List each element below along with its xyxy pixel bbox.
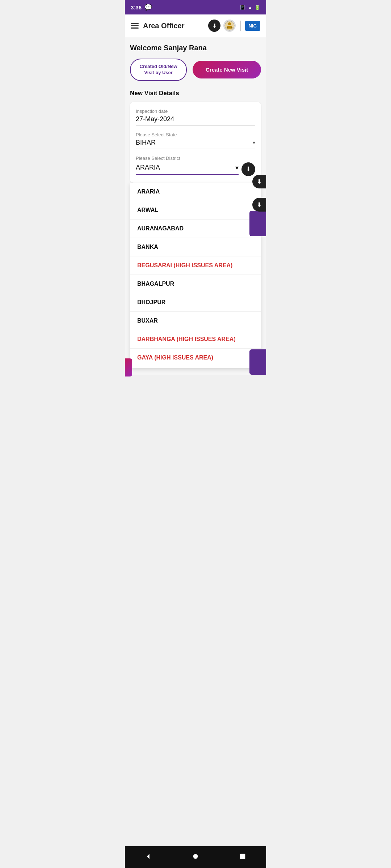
floating-right-buttons: ⬇ ⬇ (252, 175, 266, 212)
floating-download-icon-1: ⬇ (257, 178, 262, 186)
district-dropdown: ARARIA ARWAL AURANAGABAD BANKA BEGUSARAI… (130, 183, 261, 368)
dropdown-item-9[interactable]: GAYA (HIGH ISSUES AREA) (130, 349, 261, 368)
state-label: Please Select State (136, 132, 255, 137)
floating-download-icon-2: ⬇ (257, 201, 262, 209)
app-title: Area Officer (143, 22, 185, 30)
vibrate-icon: 📳 (240, 5, 245, 10)
download-icon: ⬇ (212, 22, 217, 29)
dropdown-item-1[interactable]: ARWAL (130, 201, 261, 220)
dropdown-item-6[interactable]: BHOJPUR (130, 293, 261, 312)
whatsapp-icon: 💬 (144, 4, 152, 11)
purple-accent-bottom (249, 349, 266, 375)
floating-download-2[interactable]: ⬇ (252, 198, 266, 212)
dropdown-item-3[interactable]: BANKA (130, 238, 261, 256)
status-bar: 3:36 💬 📳 ▲ 🔋 (125, 0, 266, 14)
inspection-date-field: Inspection date 27-May-2024 (136, 109, 255, 125)
state-field: Please Select State BIHAR ▾ (136, 132, 255, 149)
battery-icon: 🔋 (255, 5, 260, 10)
status-icons: 📳 ▲ 🔋 (240, 5, 260, 10)
action-buttons: Created Old/New Visit by User Create New… (130, 59, 261, 81)
welcome-text: Welcome Sanjay Rana (130, 44, 261, 52)
dropdown-item-2[interactable]: AURANAGABAD (130, 220, 261, 238)
state-chevron-icon: ▾ (253, 140, 255, 145)
district-value: ARARIA (136, 164, 160, 171)
district-select[interactable]: ARARIA ▾ (136, 164, 239, 175)
purple-accent-top (249, 211, 266, 236)
wifi-icon: ▲ (248, 5, 252, 10)
download-button-header[interactable]: ⬇ (208, 20, 220, 32)
status-time: 3:36 (131, 4, 142, 10)
header-divider (240, 21, 241, 31)
gov-logo (223, 20, 236, 32)
svg-rect-3 (227, 27, 228, 29)
dropdown-item-5[interactable]: BHAGALPUR (130, 275, 261, 293)
old-visit-button[interactable]: Created Old/New Visit by User (130, 59, 187, 81)
nic-badge: NIC (245, 21, 260, 31)
district-label: Please Select District (136, 156, 255, 161)
district-download-button[interactable]: ⬇ (241, 162, 255, 176)
download-icon-district: ⬇ (246, 165, 251, 173)
dropdown-item-8[interactable]: DARBHANGA (HIGH ISSUES AREA) (130, 330, 261, 349)
svg-rect-4 (231, 27, 232, 29)
main-content: Welcome Sanjay Rana Created Old/New Visi… (125, 37, 266, 375)
state-value: BIHAR (136, 139, 156, 146)
state-select[interactable]: BIHAR ▾ (136, 139, 255, 149)
menu-button[interactable] (131, 23, 139, 29)
svg-rect-2 (227, 26, 232, 29)
form-card: Inspection date 27-May-2024 Please Selec… (130, 102, 261, 183)
create-new-visit-button[interactable]: Create New Visit (193, 61, 261, 78)
district-chevron-icon: ▾ (235, 164, 239, 172)
app-header: Area Officer ⬇ NIC (125, 14, 266, 37)
dropdown-item-4[interactable]: BEGUSARAI (HIGH ISSUES AREA) (130, 256, 261, 275)
dropdown-item-7[interactable]: BUXAR (130, 312, 261, 330)
section-title: New Visit Details (130, 90, 261, 97)
svg-point-1 (228, 22, 231, 25)
district-field: Please Select District ARARIA ▾ ⬇ (136, 156, 255, 176)
dropdown-item-0[interactable]: ARARIA (130, 183, 261, 201)
inspection-date-label: Inspection date (136, 109, 255, 114)
bottom-left-accent (125, 358, 132, 376)
inspection-date-value[interactable]: 27-May-2024 (136, 115, 255, 125)
floating-download-1[interactable]: ⬇ (252, 175, 266, 188)
